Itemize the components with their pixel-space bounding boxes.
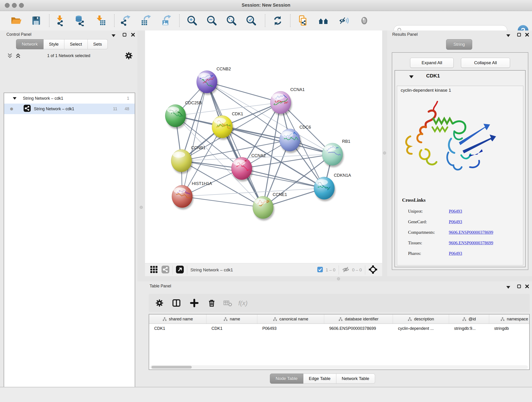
network-node-CCNB1[interactable]: CCNB1 xyxy=(171,145,206,174)
tab-string[interactable]: String xyxy=(446,39,472,50)
protein-description: cyclin-dependent kinase 1 xyxy=(401,88,451,93)
column-header-database-identifier[interactable]: database identifier xyxy=(324,314,393,324)
horizontal-splitter[interactable] xyxy=(138,276,532,281)
table-panel-menu-icon[interactable] xyxy=(506,285,510,289)
network-node-CCNA1[interactable]: CCNA1 xyxy=(270,87,305,115)
tab-edge-table[interactable]: Edge Table xyxy=(303,374,336,384)
zoom-fit-icon[interactable] xyxy=(225,13,238,28)
splitter-handle[interactable] xyxy=(383,152,386,154)
results-panel-menu-icon[interactable] xyxy=(506,34,510,38)
import-network-database-icon[interactable] xyxy=(73,13,87,28)
open-folder-icon[interactable] xyxy=(9,13,23,28)
save-session-icon[interactable] xyxy=(29,13,43,28)
delete-column-trash-icon[interactable] xyxy=(205,297,218,309)
delete-table-icon[interactable] xyxy=(221,297,234,309)
tab-style[interactable]: Style xyxy=(44,39,64,49)
expand-all-button[interactable]: Expand All xyxy=(410,58,454,68)
home-icon[interactable] xyxy=(317,13,330,28)
collapse-all-button[interactable]: Collapse All xyxy=(461,58,510,68)
results-panel-close-icon[interactable] xyxy=(525,33,529,38)
scrollbar-thumb[interactable] xyxy=(152,366,192,369)
tab-sets[interactable]: Sets xyxy=(88,39,108,49)
node-label-CCNE1: CCNE1 xyxy=(273,192,287,197)
network-node-CCNB2[interactable]: CCNB2 xyxy=(196,66,231,95)
panel-disabled-eye-icon[interactable] xyxy=(357,13,371,28)
string-app-gray-icon[interactable] xyxy=(162,266,169,274)
fit-selected-crosshair-icon[interactable] xyxy=(368,265,378,275)
control-panel: Control Panel Network Style Select Sets … xyxy=(0,31,138,387)
cell-id[interactable]: stringdb:9... xyxy=(449,324,489,333)
column-header-name[interactable]: name xyxy=(206,314,257,324)
control-panel-float-icon[interactable] xyxy=(123,33,127,38)
selected-count: 1 – 0 xyxy=(326,268,335,273)
birdseye-grid-icon[interactable] xyxy=(150,266,158,274)
network-collection-row[interactable]: String Network – cdk1 1 xyxy=(4,93,135,104)
export-network-icon[interactable] xyxy=(119,13,133,28)
tab-node-table[interactable]: Node Table xyxy=(270,374,303,384)
node-label-CDC6: CDC6 xyxy=(299,125,311,129)
cell-canonical-name[interactable]: P06493 xyxy=(257,324,324,333)
crosslink-compartments-link[interactable]: 9606.ENSP00000378699 xyxy=(449,230,493,235)
cell-shared-name[interactable]: CDK1 xyxy=(149,324,206,333)
table-settings-gear-icon[interactable] xyxy=(153,297,166,309)
column-header-canonical-name[interactable]: canonical name xyxy=(257,314,324,324)
network-view-toolbar: String Network – cdk1 1 – 0 0 – 0 xyxy=(145,263,382,276)
open-in-window-icon[interactable] xyxy=(176,266,184,274)
crosslink-uniprot-link[interactable]: P06493 xyxy=(449,209,462,214)
export-image-icon[interactable] xyxy=(159,13,173,28)
tab-network[interactable]: Network xyxy=(16,39,44,49)
control-panel-close-icon[interactable] xyxy=(131,33,135,38)
toolbar-separator xyxy=(49,14,50,27)
network-node-CDK1[interactable]: CDK1 xyxy=(212,111,243,140)
network-options-gear-icon[interactable] xyxy=(124,51,133,61)
vertical-splitter-left[interactable] xyxy=(138,31,145,276)
zoom-in-icon[interactable] xyxy=(185,13,199,28)
crosslink-label: Tissues: xyxy=(408,240,449,245)
import-table-file-icon[interactable] xyxy=(94,13,108,28)
control-panel-menu-icon[interactable] xyxy=(112,34,115,38)
hidden-eye-slash-icon[interactable] xyxy=(342,266,349,274)
network-row-selected[interactable]: String Network – cdk1 11 48 xyxy=(4,104,135,114)
column-header-shared-name[interactable]: shared name xyxy=(149,314,206,324)
network-view-title: String Network – cdk1 xyxy=(190,268,233,273)
selected-checkbox-icon[interactable] xyxy=(317,267,323,273)
network-canvas[interactable]: CCNB2CCNA1CDC25BCDK1CDC6RB1CCNB1CCNA2CDK… xyxy=(145,31,382,263)
tree-expand-icon[interactable] xyxy=(13,96,17,101)
hide-panel-eye-icon[interactable] xyxy=(337,13,351,28)
splitter-handle[interactable] xyxy=(337,277,340,280)
update-network-icon[interactable] xyxy=(271,13,285,28)
column-header-description[interactable]: description xyxy=(393,314,449,324)
copy-network-icon[interactable] xyxy=(296,13,310,28)
column-header-namespace[interactable]: namespace xyxy=(489,314,530,324)
crosslink-label: Pharos: xyxy=(408,251,449,256)
show-columns-icon[interactable] xyxy=(170,297,183,309)
string-app-icon xyxy=(24,105,31,113)
network-node-RB1[interactable]: RB1 xyxy=(322,139,350,167)
table-panel-float-icon[interactable] xyxy=(517,284,521,289)
tab-network-table[interactable]: Network Table xyxy=(336,374,375,384)
export-table-icon[interactable] xyxy=(139,13,152,28)
tab-select[interactable]: Select xyxy=(64,39,88,49)
import-network-file-icon[interactable] xyxy=(53,13,67,28)
crosslink-tissues-link[interactable]: 9606.ENSP00000378699 xyxy=(449,240,493,245)
table-panel-close-icon[interactable] xyxy=(525,284,529,289)
zoom-selected-icon[interactable] xyxy=(244,13,258,28)
table-row[interactable]: CDK1 CDK1 P06493 9606.ENSP00000378699 cy… xyxy=(149,324,529,333)
cell-namespace[interactable]: stringdb xyxy=(489,324,530,333)
splitter-handle[interactable] xyxy=(140,206,143,209)
network-node-CDKN1A[interactable]: CDKN1A xyxy=(314,173,351,201)
column-header-id[interactable]: @id xyxy=(449,314,489,324)
cell-description[interactable]: cyclin-dependent ... xyxy=(393,324,449,333)
add-column-plus-icon[interactable] xyxy=(188,297,201,309)
network-collection-label: String Network – cdk1 xyxy=(23,96,63,101)
crosslink-genecard-link[interactable]: P06493 xyxy=(449,219,462,224)
results-panel-float-icon[interactable] xyxy=(517,33,521,38)
cell-name[interactable]: CDK1 xyxy=(206,324,257,333)
toolbar-separator xyxy=(179,14,180,27)
table-horizontal-scrollbar[interactable] xyxy=(150,365,528,369)
zoom-out-icon[interactable] xyxy=(205,13,219,28)
crosslink-pharos-link[interactable]: P06493 xyxy=(449,251,462,256)
cell-database-identifier[interactable]: 9606.ENSP00000378699 xyxy=(324,324,393,333)
function-builder-icon[interactable]: f(x) xyxy=(238,297,251,309)
section-collapse-icon[interactable] xyxy=(409,75,413,79)
